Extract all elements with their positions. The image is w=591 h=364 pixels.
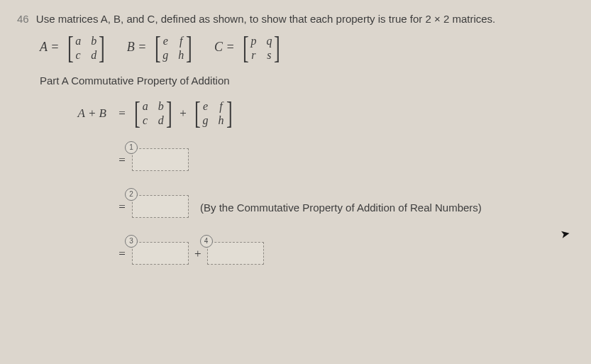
matrix-A-label: A = — [40, 40, 59, 54]
equals-sign: = — [118, 106, 126, 121]
cell: a — [75, 35, 81, 48]
right-bracket-icon: ] — [274, 35, 280, 61]
left-bracket-icon: [ — [134, 101, 140, 126]
plus-sign: + — [194, 247, 201, 261]
left-bracket-icon: [ — [194, 101, 201, 126]
cell: d — [91, 49, 96, 62]
cell: r — [250, 49, 256, 62]
cell: c — [75, 49, 81, 62]
step-lhs: A + B — [57, 106, 106, 121]
badge-4: 4 — [200, 235, 213, 248]
matrix-definitions: A = [ a b c d ] B = [ e f g h ] C = — [40, 35, 574, 62]
part-a-heading: Part A Commutative Property of Addition — [40, 75, 574, 87]
step3-explanation: (By the Commutative Property of Addition… — [200, 202, 482, 214]
matrix-A: A = [ a b c d ] — [40, 35, 107, 62]
cursor-icon: ➤ — [559, 226, 570, 241]
step-3: = 2 (By the Commutative Property of Addi… — [57, 190, 574, 224]
cell: h — [219, 114, 224, 127]
left-bracket-icon: [ — [155, 35, 161, 61]
cell: b — [158, 100, 164, 113]
cell: h — [178, 49, 184, 62]
step-4: = 3 + 4 — [57, 237, 574, 271]
answer-blank-4[interactable]: 4 — [207, 242, 264, 267]
left-bracket-icon: [ — [243, 35, 249, 61]
cell: p — [250, 35, 256, 48]
equals-sign: = — [118, 153, 126, 167]
badge-3: 3 — [125, 235, 138, 248]
matrix-C-label: C = — [214, 40, 235, 54]
answer-blank-3[interactable]: 3 — [132, 242, 189, 267]
plus-sign: + — [179, 106, 187, 121]
cell: a — [143, 100, 148, 113]
cell: e — [162, 35, 168, 48]
answer-blank-1[interactable]: 1 — [132, 148, 189, 173]
cell: f — [178, 35, 184, 48]
equals-sign: = — [118, 247, 126, 261]
matrix-C: C = [ p q r s ] — [214, 35, 282, 62]
right-bracket-icon: ] — [186, 35, 192, 61]
right-bracket-icon: ] — [226, 101, 232, 126]
cell: q — [266, 35, 272, 48]
question-number: 46 — [17, 13, 29, 25]
cell: s — [266, 49, 272, 62]
step-1: A + B = [ a b c d ] + [ e f g h ] — [57, 96, 574, 131]
matrix-B: B = [ e f g h ] — [127, 35, 194, 62]
badge-1: 1 — [125, 141, 138, 154]
equals-sign: = — [118, 200, 126, 214]
right-bracket-icon: ] — [166, 101, 172, 126]
step1-m1: [ a b c d ] — [132, 100, 174, 127]
cell: b — [91, 35, 96, 48]
cell: f — [219, 100, 224, 113]
cell: c — [143, 114, 148, 127]
prompt-text: Use matrices A, B, and C, defined as sho… — [36, 13, 495, 25]
cell: g — [162, 49, 168, 62]
cell: g — [203, 114, 209, 127]
matrix-B-label: B = — [127, 40, 147, 54]
question-prompt: 46 Use matrices A, B, and C, defined as … — [17, 13, 574, 25]
right-bracket-icon: ] — [99, 35, 105, 61]
badge-2: 2 — [125, 188, 138, 201]
step-2: = 1 — [57, 143, 574, 177]
step1-m2: [ e f g h ] — [192, 100, 234, 127]
left-bracket-icon: [ — [67, 35, 73, 61]
answer-blank-2[interactable]: 2 — [132, 195, 189, 220]
cell: d — [158, 114, 164, 127]
cell: e — [203, 100, 209, 113]
